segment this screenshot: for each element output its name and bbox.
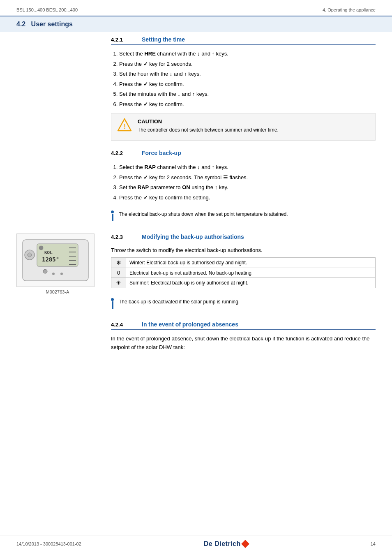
brand-diamond-icon (241, 540, 249, 548)
info-bar-2 (112, 301, 113, 309)
device-image: KOL 1285° (16, 234, 95, 287)
svg-point-14 (39, 246, 43, 250)
info-dot-2 (111, 298, 114, 301)
device-svg: KOL 1285° (21, 238, 90, 283)
header-left: BSL 150...400 BESL 200...400 (16, 7, 78, 12)
step-item: Select the HRE channel with the ↓ and ↑ … (119, 50, 376, 58)
svg-point-10 (28, 253, 32, 257)
page-header: BSL 150...400 BESL 200...400 4. Operatin… (0, 0, 392, 16)
svg-text:1285°: 1285° (42, 256, 59, 263)
step-item: Select the RAP channel with the ↓ and ↑ … (119, 163, 376, 171)
step-item: Set the hour with the ↓ and ↑ keys. (119, 70, 376, 78)
step-item: Set the minutes with the ↓ and ↑ keys. (119, 90, 376, 98)
subsection-4-2-1: 4.2.1 Setting the time Select the HRE ch… (111, 36, 376, 141)
table-text-summer: Summer: Electrical back-up is only autho… (126, 278, 376, 288)
table-row: 0 Electrical back-up is not authorised. … (111, 268, 376, 278)
subsection-label-4-2-2: Force back-up (142, 150, 181, 156)
subsection-4-2-2: 4.2.2 Force back-up Select the RAP chann… (111, 150, 376, 224)
subsection-4-2-4: 4.2.4 In the event of prolonged absences… (111, 321, 376, 352)
steps-list-4-2-1: Select the HRE channel with the ↓ and ↑ … (111, 50, 376, 108)
info-bar (112, 214, 113, 221)
footer-brand: De Dietrich (204, 540, 248, 548)
content-area: KOL 1285° (0, 36, 392, 361)
info-bullet-icon-2 (111, 297, 114, 309)
footer-date: 14/10/2013 - 300028413-001-02 (16, 541, 81, 546)
table-symbol-summer: ☀ (111, 278, 126, 288)
info-box-4-2-3: The back-up is deactivated if the solar … (111, 294, 376, 312)
page-footer: 14/10/2013 - 300028413-001-02 De Dietric… (0, 536, 392, 548)
step-item: Press the ✓ key to confirm. (119, 100, 376, 109)
caution-box: ! CAUTION The controller does not switch… (111, 113, 376, 141)
caution-title: CAUTION (138, 118, 279, 125)
header-right: 4. Operating the appliance (323, 7, 376, 12)
step-item: Set the RAP parameter to ON using the ↑ … (119, 183, 376, 192)
step-item: Press the ✓ key to confirm. (119, 80, 376, 88)
svg-point-12 (52, 273, 55, 275)
svg-point-11 (43, 269, 47, 273)
subsection-4-2-3: 4.2.3 Modifying the back-up authorisatio… (111, 234, 376, 312)
left-column: KOL 1285° (16, 36, 107, 361)
subsection-number-4-2-4: 4.2.4 (111, 321, 134, 328)
subsection-intro-4-2-3: Throw the switch to modify the electrica… (111, 247, 376, 253)
subsection-number-4-2-1: 4.2.1 (111, 37, 134, 43)
step-item: Press the ✓ key for 2 seconds. The symbo… (119, 173, 376, 182)
subsection-label-4-2-1: Setting the time (142, 36, 185, 43)
subsection-title-4-2-4: 4.2.4 In the event of prolonged absences (111, 321, 376, 330)
caution-text: The controller does not switch between s… (138, 126, 279, 134)
section-title-bar: 4.2 User settings (0, 16, 392, 32)
page: BSL 150...400 BESL 200...400 4. Operatin… (0, 0, 392, 555)
info-dot (111, 210, 114, 213)
step-item: Press the ✓ key for 2 seconds. (119, 60, 376, 68)
footer-page: 14 (371, 541, 376, 546)
step-item: Press the ✓ key to confirm the setting. (119, 194, 376, 202)
svg-point-13 (60, 273, 63, 275)
table-row: ❄ Winter: Electrical back-up is authoris… (111, 258, 376, 268)
subsection-label-4-2-4: In the event of prolonged absences (142, 321, 238, 328)
subsection-title-4-2-3: 4.2.3 Modifying the back-up authorisatio… (111, 234, 376, 242)
subsection-label-4-2-3: Modifying the back-up authorisations (142, 234, 244, 240)
svg-text:KOL: KOL (44, 250, 53, 255)
subsection-title-4-2-1: 4.2.1 Setting the time (111, 36, 376, 45)
info-text-4-2-3: The back-up is deactivated if the solar … (119, 297, 240, 305)
subsection-body-4-2-4: In the event of prolonged absence, shut … (111, 335, 376, 352)
subsection-number-4-2-2: 4.2.2 (111, 150, 134, 156)
svg-text:!: ! (124, 123, 126, 130)
caution-content: CAUTION The controller does not switch b… (138, 118, 279, 134)
table-symbol-zero: 0 (111, 268, 126, 278)
steps-list-4-2-2: Select the RAP channel with the ↓ and ↑ … (111, 163, 376, 201)
section-title: 4.2 User settings (16, 21, 376, 28)
info-box-4-2-2: The electrical back-up shuts down when t… (111, 206, 376, 224)
device-caption: M002763-A (16, 289, 99, 294)
table-symbol-winter: ❄ (111, 258, 126, 268)
auth-table: ❄ Winter: Electrical back-up is authoris… (111, 257, 376, 288)
subsection-number-4-2-3: 4.2.3 (111, 234, 134, 240)
caution-icon: ! (117, 118, 132, 135)
svg-rect-1 (37, 244, 78, 266)
right-column: 4.2.1 Setting the time Select the HRE ch… (107, 36, 376, 361)
info-text-4-2-2: The electrical back-up shuts down when t… (119, 210, 288, 218)
subsection-title-4-2-2: 4.2.2 Force back-up (111, 150, 376, 158)
table-row: ☀ Summer: Electrical back-up is only aut… (111, 278, 376, 288)
info-bullet-icon (111, 210, 114, 221)
table-text-winter: Winter: Electrical back-up is authorised… (126, 258, 376, 268)
brand-name: De Dietrich (204, 540, 241, 548)
table-text-zero: Electrical back-up is not authorised. No… (126, 268, 376, 278)
